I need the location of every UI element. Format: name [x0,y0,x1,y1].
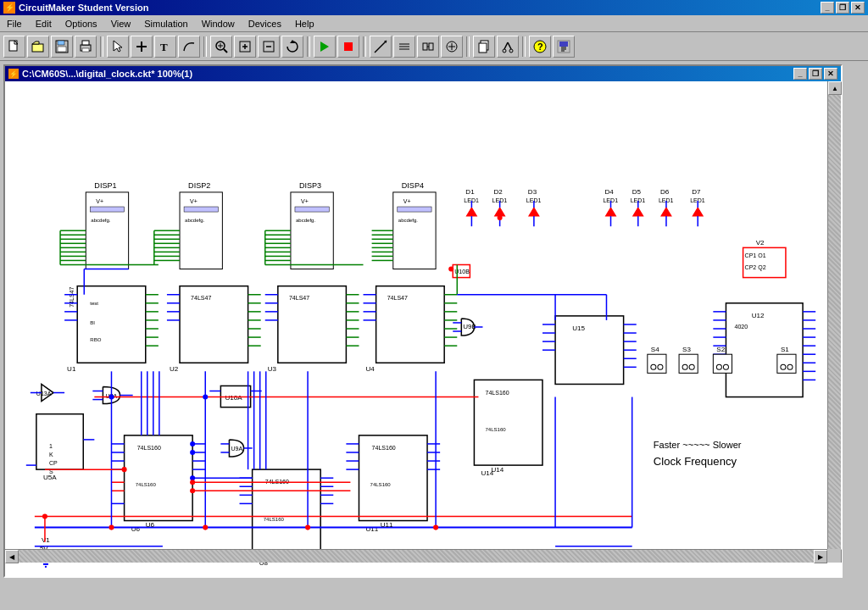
svg-point-39 [503,49,506,53]
scroll-corner [827,549,841,563]
bus-button[interactable] [393,36,415,58]
main-area: ⚡ C:\CM60S\...\digital_clock.ckt* 100%(1… [0,61,868,610]
svg-marker-10 [114,41,122,52]
svg-rect-51 [86,192,128,269]
svg-text:CP1 O1: CP1 O1 [745,252,766,258]
svg-rect-2 [32,44,43,52]
circuit-restore-button[interactable]: ❐ [809,68,822,80]
select-button[interactable] [107,36,129,58]
scroll-track-h[interactable] [19,550,814,563]
svg-point-210 [448,266,453,271]
stop-button[interactable] [337,36,359,58]
svg-text:U6: U6 [131,525,141,533]
svg-point-338 [42,513,47,518]
horizontal-scrollbar[interactable]: ◀ ▶ [5,549,827,563]
svg-text:74LS160: 74LS160 [372,445,396,451]
wire-button[interactable] [370,36,392,58]
help-button[interactable]: ? [529,36,551,58]
svg-rect-286 [679,354,698,373]
probe-button[interactable] [441,36,463,58]
circuit-canvas[interactable]: DISP1 V+ abcdefg. DISP2 V+ abcdefg. [5,81,841,576]
rotate-button[interactable] [281,36,303,58]
scroll-up-button[interactable]: ▲ [828,81,842,95]
svg-text:U15: U15 [572,324,585,332]
restore-button[interactable]: ❐ [836,2,849,14]
open-button[interactable] [27,36,49,58]
svg-marker-24 [320,42,329,52]
save-button[interactable] [51,36,73,58]
menu-options[interactable]: Options [58,15,104,31]
circuit-title-bar: ⚡ C:\CM60S\...\digital_clock.ckt* 100%(1… [5,66,841,81]
svg-rect-54 [90,207,124,212]
menu-file[interactable]: File [0,15,29,31]
svg-rect-5 [58,41,64,45]
zoom-button[interactable] [210,36,232,58]
about-button[interactable] [553,36,575,58]
svg-text:Clock Frequency: Clock Frequency [654,455,737,468]
scroll-left-button[interactable]: ◀ [5,550,19,563]
new-button[interactable] [3,36,25,58]
zoom-in-button[interactable] [234,36,256,58]
zoom-out-button[interactable] [258,36,280,58]
app-icon: ⚡ [3,2,15,14]
svg-text:U11: U11 [366,525,379,533]
svg-text:U1: U1 [67,365,76,373]
add-component-button[interactable] [131,36,153,58]
svg-text:U3: U3 [268,365,277,373]
svg-text:abcdefg.: abcdefg. [296,218,315,223]
run-button[interactable] [314,36,336,58]
scroll-right-button[interactable]: ▶ [814,550,827,563]
cut-button[interactable] [497,36,519,58]
svg-text:T: T [160,41,168,53]
minimize-button[interactable]: _ [821,2,834,14]
svg-text:74LS47: 74LS47 [69,286,75,307]
menu-simulation[interactable]: Simulation [137,15,194,31]
svg-point-379 [190,488,195,493]
svg-text:74LS160: 74LS160 [264,517,285,522]
svg-text:Faster ~~~~~ Slower: Faster ~~~~~ Slower [654,440,742,450]
svg-rect-9 [82,48,89,52]
circuit-minimize-button[interactable]: _ [793,68,807,80]
svg-text:?: ? [537,42,543,52]
menu-devices[interactable]: Devices [242,15,288,31]
svg-text:S4: S4 [651,346,659,353]
svg-line-15 [224,49,227,53]
svg-text:DISP3: DISP3 [299,181,321,190]
svg-rect-252 [555,316,624,385]
svg-rect-25 [344,42,353,51]
separator-2 [203,36,207,57]
copy-button[interactable] [473,36,495,58]
svg-point-339 [108,525,114,530]
svg-point-343 [108,395,114,400]
menu-help[interactable]: Help [288,15,321,31]
svg-text:S1: S1 [781,346,789,353]
svg-text:V+: V+ [403,198,411,204]
svg-text:abcdefg.: abcdefg. [91,218,110,223]
svg-text:74LS160: 74LS160 [137,445,161,451]
close-button[interactable]: ✕ [851,2,865,14]
svg-text:D2: D2 [494,188,504,196]
svg-text:K: K [49,452,53,458]
svg-point-373 [122,467,127,472]
circuit-title: C:\CM60S\...\digital_clock.ckt* 100%(1) [22,69,793,79]
menu-edit[interactable]: Edit [29,15,58,31]
svg-text:U6: U6 [146,521,155,529]
svg-text:S2: S2 [716,346,725,353]
svg-text:D6: D6 [660,188,670,196]
curve-button[interactable] [178,36,200,58]
svg-rect-32 [429,43,433,50]
menu-window[interactable]: Window [195,15,242,31]
menu-view[interactable]: View [104,15,138,31]
text-button[interactable]: T [154,36,176,58]
circuit-close-button[interactable]: ✕ [824,68,837,80]
svg-point-342 [433,525,438,530]
svg-rect-31 [423,43,427,50]
svg-rect-38 [479,43,487,53]
svg-rect-46 [559,42,568,47]
print-button[interactable] [75,36,97,58]
svg-line-26 [375,41,387,53]
connect-button[interactable] [417,36,439,58]
svg-point-344 [203,395,208,400]
scroll-track-v[interactable] [828,95,841,549]
vertical-scrollbar[interactable]: ▲ ▼ [827,81,841,563]
